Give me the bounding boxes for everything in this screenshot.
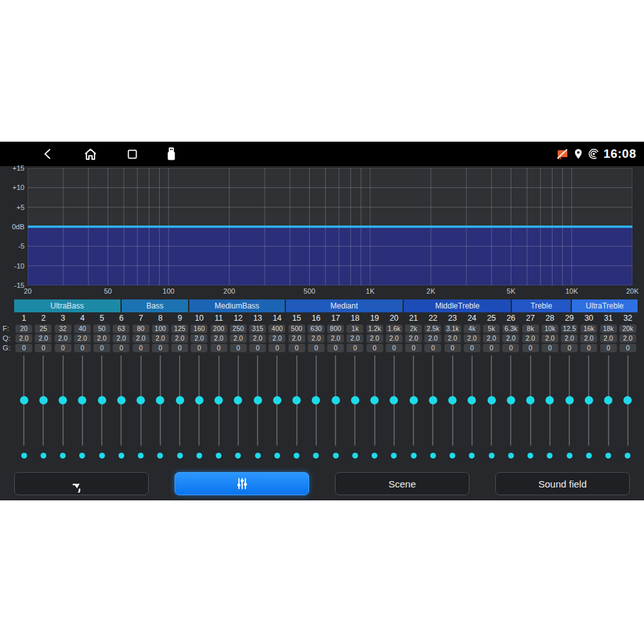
freq-value[interactable]: 100	[152, 325, 169, 333]
gain-value[interactable]: 0	[444, 344, 461, 352]
eq-slider[interactable]	[521, 355, 540, 446]
q-value[interactable]: 2.0	[249, 334, 266, 343]
slider-knob[interactable]	[254, 396, 262, 404]
eq-slider[interactable]	[287, 355, 307, 446]
slider-knob[interactable]	[429, 396, 437, 404]
q-value[interactable]: 2.0	[346, 334, 363, 343]
gain-value[interactable]: 0	[561, 344, 578, 352]
freq-value[interactable]: 4k	[464, 325, 480, 333]
freq-value[interactable]: 25	[35, 325, 52, 333]
freq-value[interactable]: 6.3k	[502, 325, 519, 333]
eq-slider[interactable]	[307, 355, 326, 446]
q-value[interactable]: 2.0	[133, 334, 149, 343]
slider-knob[interactable]	[332, 396, 340, 404]
gain-value[interactable]: 0	[230, 344, 247, 352]
eq-slider[interactable]	[33, 355, 53, 446]
gain-value[interactable]: 0	[171, 344, 188, 352]
gain-value[interactable]: 0	[424, 344, 441, 352]
gain-value[interactable]: 0	[152, 344, 169, 352]
freq-value[interactable]: 400	[269, 325, 285, 333]
freq-value[interactable]: 315	[249, 325, 266, 333]
slider-knob[interactable]	[234, 396, 242, 404]
q-value[interactable]: 2.0	[522, 334, 539, 343]
eq-slider[interactable]	[404, 355, 423, 446]
q-value[interactable]: 2.0	[171, 334, 188, 343]
gain-value[interactable]: 0	[327, 344, 344, 352]
freq-value[interactable]: 1.6k	[386, 325, 402, 333]
freq-value[interactable]: 63	[113, 325, 129, 333]
q-value[interactable]: 2.0	[464, 334, 480, 343]
gain-value[interactable]: 0	[600, 344, 617, 352]
slider-knob[interactable]	[117, 396, 126, 404]
q-value[interactable]: 2.0	[502, 334, 519, 343]
equalizer-button[interactable]	[175, 472, 309, 495]
slider-knob[interactable]	[370, 396, 379, 404]
gain-value[interactable]: 0	[580, 344, 597, 352]
eq-slider[interactable]	[248, 355, 267, 446]
sound-field-button[interactable]: Sound field	[495, 472, 630, 495]
slider-knob[interactable]	[565, 396, 574, 404]
freq-value[interactable]: 1k	[346, 325, 363, 333]
gain-value[interactable]: 0	[366, 344, 383, 352]
slider-knob[interactable]	[410, 396, 418, 404]
recents-button[interactable]	[124, 146, 140, 162]
usb-device-button[interactable]	[164, 146, 179, 162]
slider-knob[interactable]	[214, 396, 223, 404]
q-value[interactable]: 2.0	[152, 334, 169, 343]
freq-value[interactable]: 250	[230, 325, 247, 333]
q-value[interactable]: 2.0	[191, 334, 207, 343]
eq-slider[interactable]	[599, 355, 618, 446]
q-value[interactable]: 2.0	[74, 334, 91, 343]
freq-value[interactable]: 12.5	[561, 325, 578, 333]
eq-slider[interactable]	[53, 355, 73, 446]
eq-slider[interactable]	[209, 355, 229, 446]
gain-value[interactable]: 0	[464, 344, 480, 352]
freq-value[interactable]: 125	[171, 325, 188, 333]
gain-value[interactable]: 0	[211, 344, 227, 352]
eq-slider[interactable]	[345, 355, 365, 446]
gain-value[interactable]: 0	[249, 344, 266, 352]
q-value[interactable]: 2.0	[289, 334, 305, 343]
gain-value[interactable]: 0	[346, 344, 363, 352]
freq-value[interactable]: 10k	[542, 325, 558, 333]
q-value[interactable]: 2.0	[55, 334, 71, 343]
q-value[interactable]: 2.0	[113, 334, 129, 343]
gain-value[interactable]: 0	[620, 344, 636, 352]
q-value[interactable]: 2.0	[405, 334, 422, 343]
home-button[interactable]	[82, 146, 98, 162]
eq-slider[interactable]	[443, 355, 462, 446]
slider-knob[interactable]	[488, 396, 496, 404]
freq-value[interactable]: 200	[211, 325, 227, 333]
eq-slider[interactable]	[462, 355, 482, 446]
freq-value[interactable]: 3.1k	[444, 325, 461, 333]
freq-value[interactable]: 32	[55, 325, 71, 333]
gain-value[interactable]: 0	[269, 344, 285, 352]
q-value[interactable]: 2.0	[444, 334, 461, 343]
eq-slider[interactable]	[384, 355, 404, 446]
q-value[interactable]: 2.0	[327, 334, 344, 343]
freq-value[interactable]: 630	[308, 325, 325, 333]
gain-value[interactable]: 0	[483, 344, 500, 352]
q-value[interactable]: 2.0	[386, 334, 402, 343]
slider-knob[interactable]	[176, 396, 184, 404]
gain-value[interactable]: 0	[15, 344, 32, 352]
eq-slider[interactable]	[170, 355, 189, 446]
freq-value[interactable]: 500	[289, 325, 305, 333]
scene-button[interactable]: Scene	[335, 472, 469, 495]
q-value[interactable]: 2.0	[308, 334, 325, 343]
freq-value[interactable]: 2.5k	[424, 325, 441, 333]
freq-value[interactable]: 40	[74, 325, 91, 333]
slider-knob[interactable]	[468, 396, 476, 404]
slider-knob[interactable]	[137, 396, 145, 404]
eq-slider[interactable]	[365, 355, 384, 446]
slider-knob[interactable]	[448, 396, 457, 404]
eq-slider[interactable]	[111, 355, 131, 446]
gain-value[interactable]: 0	[405, 344, 422, 352]
eq-slider[interactable]	[131, 355, 151, 446]
eq-slider[interactable]	[229, 355, 248, 446]
eq-slider[interactable]	[151, 355, 170, 446]
q-value[interactable]: 2.0	[561, 334, 578, 343]
gain-value[interactable]: 0	[55, 344, 71, 352]
slider-knob[interactable]	[20, 396, 28, 404]
slider-knob[interactable]	[545, 396, 554, 404]
